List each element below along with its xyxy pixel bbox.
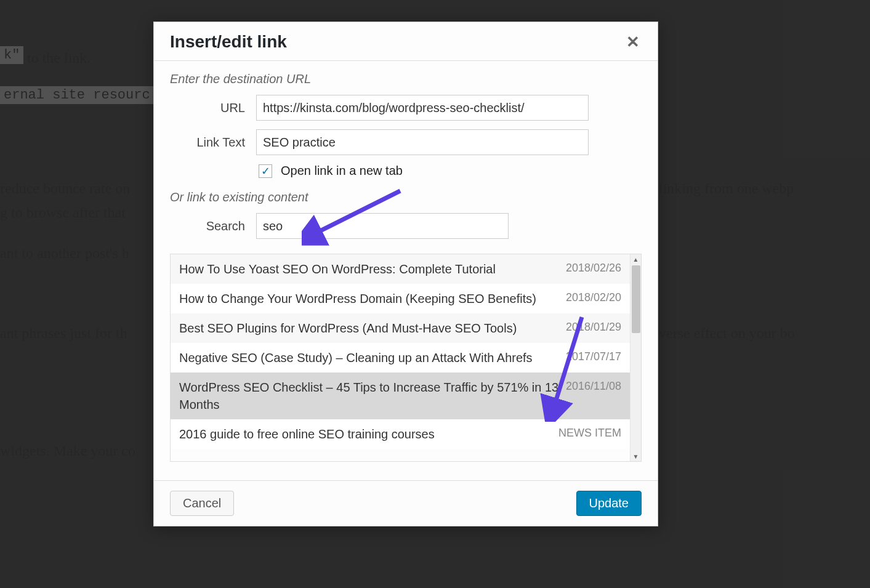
search-result-item[interactable]: How To Use Yoast SEO On WordPress: Compl… bbox=[171, 254, 630, 284]
search-result-item[interactable]: WordPress SEO Checklist – 45 Tips to Inc… bbox=[171, 373, 630, 419]
result-meta: 2017/07/17 bbox=[566, 349, 621, 363]
modal-title: Insert/edit link bbox=[170, 32, 287, 52]
modal-header: Insert/edit link ✕ bbox=[154, 22, 658, 61]
section-destination-url: Enter the destination URL bbox=[170, 72, 642, 86]
new-tab-checkbox[interactable]: ✓ bbox=[259, 164, 272, 178]
search-input[interactable] bbox=[256, 213, 509, 239]
result-meta: 2016/11/08 bbox=[566, 379, 621, 393]
modal-footer: Cancel Update bbox=[154, 480, 658, 526]
url-input[interactable] bbox=[256, 95, 589, 121]
update-button[interactable]: Update bbox=[576, 491, 642, 516]
scroll-down-icon[interactable]: ▼ bbox=[630, 451, 641, 461]
search-result-item[interactable]: Negative SEO (Case Study) – Cleaning up … bbox=[171, 343, 630, 373]
insert-link-modal: Insert/edit link ✕ Enter the destination… bbox=[153, 22, 658, 526]
scroll-up-icon[interactable]: ▲ bbox=[630, 254, 641, 264]
search-result-item[interactable]: 2016 guide to free online SEO training c… bbox=[171, 419, 630, 449]
url-row: URL bbox=[170, 95, 642, 121]
search-label: Search bbox=[170, 219, 256, 233]
new-tab-row: ✓ Open link in a new tab bbox=[172, 164, 642, 178]
close-icon[interactable]: ✕ bbox=[624, 33, 642, 50]
result-meta: 2018/01/29 bbox=[566, 320, 621, 334]
results-list: How To Use Yoast SEO On WordPress: Compl… bbox=[171, 254, 630, 461]
search-result-item[interactable]: How to Change Your WordPress Domain (Kee… bbox=[171, 284, 630, 313]
search-row: Search bbox=[170, 213, 642, 239]
result-title: 2016 guide to free online SEO training c… bbox=[179, 425, 558, 443]
result-title: How To Use Yoast SEO On WordPress: Compl… bbox=[179, 260, 566, 278]
link-text-input[interactable] bbox=[256, 129, 589, 155]
result-title: Negative SEO (Case Study) – Cleaning up … bbox=[179, 349, 566, 366]
url-label: URL bbox=[170, 101, 256, 115]
section-existing-content: Or link to existing content bbox=[170, 190, 642, 204]
new-tab-label: Open link in a new tab bbox=[281, 164, 403, 178]
modal-body: Enter the destination URL URL Link Text … bbox=[154, 61, 658, 254]
result-title: WordPress SEO Checklist – 45 Tips to Inc… bbox=[179, 379, 566, 413]
result-meta: 2018/02/26 bbox=[566, 260, 621, 275]
link-text-label: Link Text bbox=[170, 135, 256, 150]
result-title: Best SEO Plugins for WordPress (And Must… bbox=[179, 320, 566, 337]
search-result-item[interactable]: Best SEO Plugins for WordPress (And Must… bbox=[171, 313, 630, 343]
results-container: How To Use Yoast SEO On WordPress: Compl… bbox=[170, 254, 642, 462]
result-meta: NEWS ITEM bbox=[558, 425, 621, 440]
result-title: How to Change Your WordPress Domain (Kee… bbox=[179, 290, 566, 307]
results-scrollbar[interactable]: ▲ ▼ bbox=[630, 254, 641, 461]
link-text-row: Link Text bbox=[170, 129, 642, 155]
cancel-button[interactable]: Cancel bbox=[170, 491, 234, 516]
scroll-thumb[interactable] bbox=[632, 265, 640, 333]
result-meta: 2018/02/20 bbox=[566, 290, 621, 304]
